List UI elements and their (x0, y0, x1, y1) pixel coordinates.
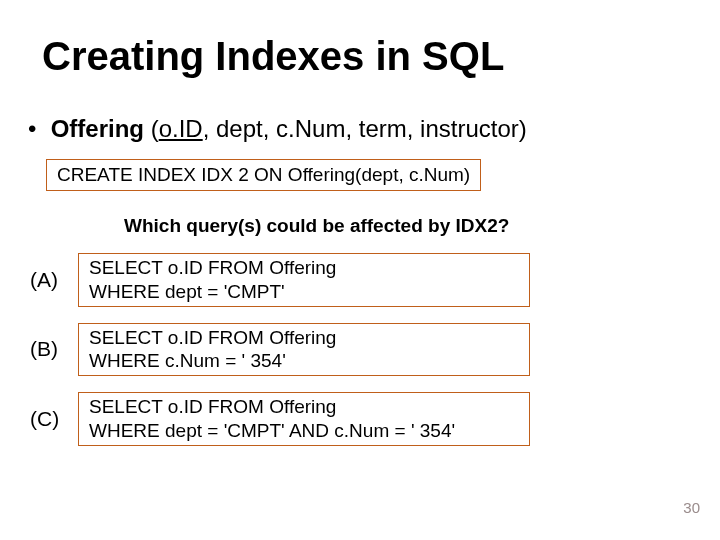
option-a-row: (A) SELECT o.ID FROM Offering WHERE dept… (28, 253, 692, 307)
table-name: Offering (51, 115, 144, 142)
question-text: Which query(s) could be affected by IDX2… (124, 215, 692, 237)
page-number: 30 (683, 499, 700, 516)
option-b-line1: SELECT o.ID FROM Offering (89, 326, 519, 350)
option-c-line2: WHERE dept = 'CMPT' AND c.Num = ' 354' (89, 419, 519, 443)
bullet-icon: • (28, 115, 44, 143)
primary-key: o.ID (159, 115, 203, 142)
create-index-statement: CREATE INDEX IDX 2 ON Offering(dept, c.N… (46, 159, 481, 191)
option-c-label: (C) (28, 407, 78, 431)
option-a-label: (A) (28, 268, 78, 292)
option-a-line2: WHERE dept = 'CMPT' (89, 280, 519, 304)
option-b-row: (B) SELECT o.ID FROM Offering WHERE c.Nu… (28, 323, 692, 377)
option-b-line2: WHERE c.Num = ' 354' (89, 349, 519, 373)
schema-line: • Offering (o.ID, dept, c.Num, term, ins… (28, 115, 692, 143)
schema-rest: , dept, c.Num, term, instructor) (203, 115, 527, 142)
slide: Creating Indexes in SQL • Offering (o.ID… (0, 0, 720, 540)
option-b-label: (B) (28, 337, 78, 361)
option-a-box: SELECT o.ID FROM Offering WHERE dept = '… (78, 253, 530, 307)
option-c-line1: SELECT o.ID FROM Offering (89, 395, 519, 419)
option-a-line1: SELECT o.ID FROM Offering (89, 256, 519, 280)
option-c-row: (C) SELECT o.ID FROM Offering WHERE dept… (28, 392, 692, 446)
option-b-box: SELECT o.ID FROM Offering WHERE c.Num = … (78, 323, 530, 377)
paren-open: ( (144, 115, 159, 142)
slide-title: Creating Indexes in SQL (42, 34, 692, 79)
option-c-box: SELECT o.ID FROM Offering WHERE dept = '… (78, 392, 530, 446)
